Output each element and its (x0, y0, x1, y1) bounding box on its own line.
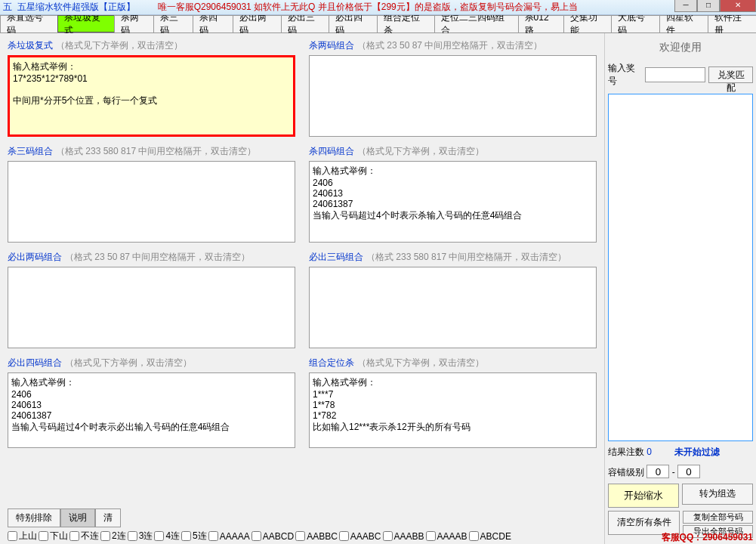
title-prefix: 五 (3, 2, 12, 12)
section-title-s3: 杀三码组合 (8, 146, 53, 156)
convert-group-button[interactable]: 转为组选 (682, 484, 753, 505)
tab-14[interactable]: 软件注册 (708, 15, 756, 32)
section-hint-s8: （格式见下方举例，双击清空） (357, 357, 484, 368)
checkbox-AAABB[interactable]: AAABB (383, 530, 424, 542)
filter-status: 未开始过滤 (674, 447, 720, 457)
checkbox-ABCDE[interactable]: ABCDE (469, 530, 511, 542)
section-hint-s7: （格式见下方举例，双击清空） (65, 357, 192, 368)
tab-12[interactable]: 大底号码 (611, 15, 660, 32)
section-title-s6: 必出三码组合 (309, 252, 363, 262)
section-title-s8: 组合定位杀 (309, 357, 354, 368)
section-title-s4: 杀四码组合 (309, 146, 354, 156)
tab-11[interactable]: 交集功能 (563, 15, 613, 32)
textarea-must-4code[interactable] (8, 372, 295, 448)
textarea-kill-3code[interactable] (8, 161, 295, 243)
section-title-s2: 杀两码组合 (309, 40, 354, 51)
tab-13[interactable]: 四星软件 (659, 15, 708, 32)
right-panel: 欢迎使用 输入奖号 兑奖匹配 结果注数 0 未开始过滤 容错级别 - 开始缩水 … (604, 33, 756, 544)
tab-10[interactable]: 杀012路 (518, 15, 564, 32)
checkbox-4连[interactable]: 4连 (154, 530, 180, 542)
close-button[interactable]: ✕ (720, 0, 756, 12)
maximize-button[interactable]: □ (697, 0, 720, 12)
checkbox-AAAAA[interactable]: AAAAA (208, 530, 250, 542)
section-title-s5: 必出两码组合 (8, 252, 62, 262)
section-hint-s6: （格式 233 580 817 中间用空格隔开，双击清空） (366, 252, 566, 262)
tab-4[interactable]: 杀四码 (193, 15, 233, 32)
checkbox-3连[interactable]: 3连 (128, 530, 153, 542)
section-title-s7: 必出四码组合 (8, 357, 62, 368)
section-hint-s5: （格式 23 50 87 中间用空格隔开，双击清空） (65, 252, 250, 262)
textarea-combo-pos-kill[interactable] (309, 372, 597, 448)
prize-input-label: 输入奖号 (608, 62, 642, 88)
app-name: 五星缩水软件超强版【正版】 (17, 2, 135, 12)
tab-9[interactable]: 定位二三四码组合 (434, 15, 519, 32)
tab-7[interactable]: 必出四码 (329, 15, 378, 32)
minimize-button[interactable]: ─ (674, 0, 697, 12)
checkbox-AABBC[interactable]: AABBC (295, 530, 338, 542)
checkbox-下山[interactable]: 下山 (39, 530, 68, 542)
title-bar: 五 五星缩水软件超强版【正版】 唯一客服Q2906459031 如软件上无此Q … (0, 0, 756, 15)
section-title-s1: 杀垃圾复式 (8, 40, 53, 51)
bottom-tab-1[interactable]: 说明 (60, 508, 95, 527)
copy-all-button[interactable]: 复制全部号码 (683, 511, 753, 524)
left-panel: 杀垃圾复式（格式见下方举例，双击清空） 杀两码组合（格式 23 50 87 中间… (0, 33, 604, 544)
checkbox-AABCD[interactable]: AABCD (251, 530, 294, 542)
welcome-text: 欢迎使用 (608, 36, 753, 59)
textarea-must-3code[interactable] (309, 267, 597, 348)
bottom-tab-2[interactable]: 清 (95, 508, 121, 527)
checkbox-2连[interactable]: 2连 (100, 530, 126, 542)
textarea-kill-2code[interactable] (309, 55, 597, 137)
checkbox-5连[interactable]: 5连 (181, 530, 207, 542)
section-hint-s4: （格式见下方举例，双击清空） (357, 146, 484, 156)
result-count-value: 0 (646, 447, 652, 457)
result-area[interactable] (608, 94, 753, 441)
checkbox-不连[interactable]: 不连 (69, 530, 99, 542)
tab-5[interactable]: 必出两码 (233, 15, 282, 32)
title-warning: 唯一客服Q2906459031 如软件上无此Q 并且价格低于【299元】的是盗版… (158, 1, 578, 14)
section-hint-s3: （格式 233 580 817 中间用空格隔开，双击清空） (56, 146, 256, 156)
tolerance-from[interactable] (646, 465, 669, 478)
prize-input[interactable] (645, 67, 705, 82)
checkbox-上山[interactable]: 上山 (8, 530, 37, 542)
tab-6[interactable]: 必出三码 (281, 15, 330, 32)
tab-2[interactable]: 杀两码 (114, 15, 154, 32)
textarea-kill-junk[interactable] (8, 55, 295, 137)
match-button[interactable]: 兑奖匹配 (708, 66, 753, 83)
tolerance-to[interactable] (677, 465, 700, 478)
qq-contact: 客服QQ：2906459031 (662, 531, 753, 544)
checkbox-AAABC[interactable]: AAABC (339, 530, 381, 542)
tab-8[interactable]: 组合定位杀 (377, 15, 435, 32)
tab-1[interactable]: 杀垃圾复式 (57, 15, 116, 32)
window-controls: ─ □ ✕ (674, 0, 756, 12)
section-hint-s2: （格式 23 50 87 中间用空格隔开，双击清空） (357, 40, 542, 51)
textarea-must-2code[interactable] (8, 267, 295, 348)
checkbox-AAAAB[interactable]: AAAAB (426, 530, 467, 542)
checkbox-row: 上山下山不连2连3连4连5连AAAAAAABCDAABBCAAABCAAABBA… (0, 527, 597, 542)
start-filter-button[interactable]: 开始缩水 (608, 484, 679, 508)
tab-0[interactable]: 杀直选号码 (0, 15, 58, 32)
result-count-label: 结果注数 (608, 447, 644, 457)
bottom-tabs: 特别排除说明清 (8, 508, 597, 527)
section-hint-s1: （格式见下方举例，双击清空） (56, 40, 183, 51)
textarea-kill-4code[interactable] (309, 161, 597, 243)
tab-3[interactable]: 杀三码 (153, 15, 193, 32)
bottom-tab-0[interactable]: 特别排除 (8, 508, 60, 527)
tolerance-label: 容错级别 (608, 467, 644, 478)
main-tabs: 杀直选号码杀垃圾复式杀两码杀三码杀四码必出两码必出三码必出四码组合定位杀定位二三… (0, 15, 756, 33)
